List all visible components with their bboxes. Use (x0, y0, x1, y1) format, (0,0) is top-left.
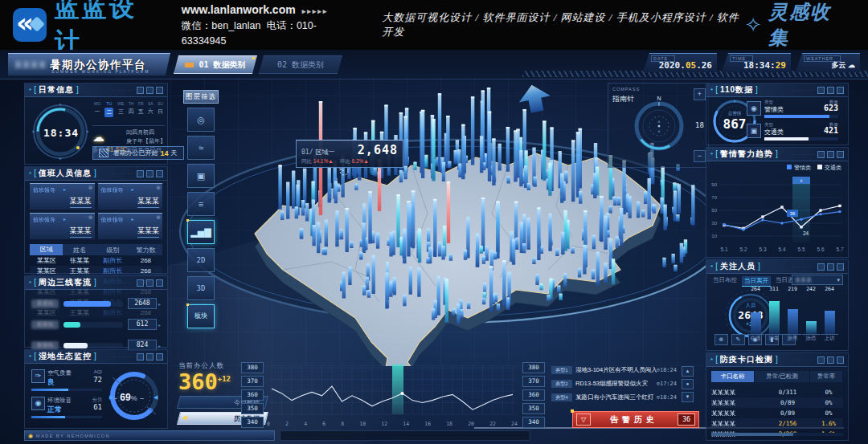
noise-metric: ◉ 环境噪音 正常 分贝 61 (31, 397, 102, 421)
minimize-icon[interactable] (137, 87, 144, 94)
alert-count-badge: 36 (678, 413, 695, 426)
table-row: 某某某某2/1561.6% (711, 418, 843, 429)
layer-3d-button[interactable]: 3D (187, 276, 215, 300)
weekday: TU二 (104, 101, 113, 117)
week-strip: MO一TU二WE三TH四FR五SA六SU日 (94, 101, 163, 117)
map-3d-visualization[interactable]: 图层筛选 ◎≈▣≡▂▅▇2D3D板块 01/ 区域一 2,648 同比 14.1… (170, 77, 706, 366)
alert-list: 类型1湿地3-104片区有不明人员闯入⊙18:24类型2RD13-53烟感报警疑… (551, 365, 677, 405)
layer-pin-icon-button[interactable]: ◎ (187, 108, 215, 132)
zoom-out-button[interactable]: − (694, 150, 706, 162)
axis-tick-box: 340 (241, 417, 264, 428)
tab-data-category-1[interactable]: 01 数据类别 (174, 55, 257, 74)
footer-credit: ◉ MADE BY NEHOMMICON (24, 430, 275, 441)
pen-icon[interactable]: ✎ (731, 334, 745, 345)
duty-leader-card: 值班领导▸⊗某某某 (30, 213, 95, 239)
chevron-down-icon: ▾ (837, 277, 840, 283)
scroll-dot-icon[interactable]: ● (682, 379, 694, 389)
clock-widget: 18:34 (28, 101, 92, 165)
svg-text:24: 24 (803, 230, 809, 236)
copyright-icon: ◉ (28, 433, 33, 439)
layer-barchart-icon-button[interactable]: ▂▅▇ (187, 220, 215, 244)
focus-bar-column: 264在逃 (747, 286, 764, 342)
alert-item[interactable]: 类型4某路口有小汽车连闯三个红灯⊙18:24 (551, 392, 677, 403)
brand-logo-icon: « (13, 8, 47, 42)
table-row: 某某某某0/890% (711, 408, 843, 418)
speaker-icon: ◉ (31, 397, 45, 410)
focus-bar-chart: 264在逃311涉毒219涉黑242涉恐264上访 (747, 286, 843, 342)
svg-text:10: 10 (711, 234, 717, 238)
collect-badge: ✧ 灵感收集 (744, 0, 847, 51)
axis-tick-box: 380 (241, 362, 264, 373)
svg-text:5.4: 5.4 (778, 246, 785, 252)
layer-blocks-button[interactable]: 板块 (187, 304, 215, 328)
checkpoint-header-tab[interactable]: 异常/已检测 (755, 371, 810, 382)
axis-tick-box: 340 (522, 417, 545, 428)
cloud-icon: ☁ (848, 61, 855, 69)
weekday: FR五 (138, 101, 144, 117)
zoom-level: 18 (695, 121, 704, 129)
layer-2d-button[interactable]: 2D (187, 248, 215, 272)
panel-police-trend: *[警情警力趋势]······· 警情类 交通类 9070503010∨3624… (706, 147, 849, 258)
brand-services: 大数据可视化设计 / 软件界面设计 / 网站建设 / 手机及小程序设计 / 软件… (382, 10, 744, 39)
layer-list-icon-button[interactable]: ≡ (187, 192, 215, 216)
brand-url[interactable]: www.lanlanwork.com (182, 3, 296, 16)
alert-item[interactable]: 类型2RD13-53烟感报警疑似火灾⊙17:24 (551, 378, 677, 389)
alert-item[interactable]: 类型1湿地3-104片区有不明人员闯入⊙18:24 (551, 365, 677, 376)
table-row: 某某某某0/890% (711, 397, 843, 408)
alert-history-button[interactable]: ▽ 告警历史 36 (572, 411, 699, 428)
collect-label: 灵感收集 (768, 0, 847, 51)
scroll-up-icon[interactable]: ▲ (682, 366, 694, 377)
checkpoint-scrollbar[interactable] (711, 433, 843, 436)
traffic-icon: ▣ (747, 124, 761, 138)
checkpoint-header-tab[interactable]: 异常率 (810, 371, 843, 382)
focus-bar-column: 219涉黑 (784, 286, 801, 342)
panel-duty-staff: *[值班人员信息]······· 值班领导▸⊗某某某值班领导▸⊗某某某值班领导▸… (24, 166, 168, 274)
map-zoom-strip: + 18 − (694, 88, 706, 162)
car-icon[interactable]: ⊕ (714, 334, 728, 345)
title-prefix: 某某某某 (14, 59, 47, 71)
layer-filter-title: 图层筛选 (183, 90, 219, 104)
duty-leader-cards: 值班领导▸⊗某某某值班领导▸⊗某某某值班领导▸⊗某某某值班领导▸⊗某某某 (30, 183, 162, 239)
layer-event-icon-button[interactable]: ▣ (187, 164, 215, 188)
office-line-chart (267, 363, 518, 419)
sparkle-icon: ✧ (744, 13, 762, 38)
checkpoint-rows: 某某某某0/3110%某某某某0/890%某某某某0/890%某某某某2/156… (711, 387, 843, 439)
scroll-down-icon[interactable]: ▼ (682, 392, 694, 402)
axis-tick-box: 380 (522, 362, 545, 373)
layer-signal-icon-button[interactable]: ≈ (187, 136, 215, 160)
weekday: TH四 (129, 101, 134, 117)
compass-panel: COMPASS 指南针 N ˄ ˅ + 18 − (608, 83, 709, 168)
office-yaxis-left: 380370360350340 (241, 362, 264, 428)
tab-data-category-2[interactable]: 02 数据类别 (259, 55, 342, 74)
dashboard-topbar: 某某某某 暑期办公协作平台 SUMMER WORKING PLATFORM 01… (0, 50, 868, 79)
trend-legend: 警情类 交通类 (787, 164, 841, 172)
checkpoint-header-tab[interactable]: 卡口名称 (711, 371, 755, 382)
zoom-in-button[interactable]: + (694, 88, 706, 100)
svg-text:5.5: 5.5 (797, 246, 805, 252)
notice-banner: 暑期办公已开始14天 (92, 146, 184, 160)
axis-tick-box: 350 (241, 403, 264, 414)
panel-passenger-flow: *[周边三线客流]······· 某某线2648▸某某线612▸某某线824▸ (24, 275, 168, 348)
hatch-icon (99, 149, 108, 157)
panel-daily-info: *[日常信息]······· 18:34 MO一TU二WE三TH四FR五SA六S… (24, 83, 168, 165)
flow-row: 某某线2648▸ (31, 295, 161, 312)
close-icon: ⊗ (156, 214, 161, 221)
duty-leader-card: 值班领导▸⊗某某某 (98, 183, 163, 210)
window-icon[interactable] (146, 87, 154, 94)
compass-dial[interactable]: N ˄ ˅ (628, 93, 690, 156)
brand-wechat: 微信：ben_lanlan (182, 20, 261, 31)
alarm-icon: ◉ (747, 101, 761, 116)
layer-filter-panel: 图层筛选 ◎≈▣≡▂▅▇2D3D板块 (183, 90, 219, 328)
weekday: SA六 (148, 101, 154, 117)
brand-contact: www.lanlanwork.com▸▸▸▸▸ 微信：ben_lanlan 电话… (182, 2, 354, 49)
table-row: 某某区张某某副所长268 (30, 255, 162, 266)
warning-triangle-icon: ▽ (576, 413, 591, 426)
leaf-icon: ✑ (31, 369, 45, 383)
focus-dropdown[interactable]: 某某某▾ (792, 275, 843, 285)
checkpoint-header: 卡口名称异常/已检测异常率 (711, 371, 843, 382)
expand-icon[interactable] (156, 87, 163, 94)
traffic-type-row: ▣ 类型交通类 数量421 (764, 122, 838, 143)
focus-tab[interactable]: 当日布控 (713, 276, 737, 287)
svg-text:◀: ◀ (154, 394, 158, 400)
focus-bar-column: 242涉恐 (802, 286, 820, 342)
